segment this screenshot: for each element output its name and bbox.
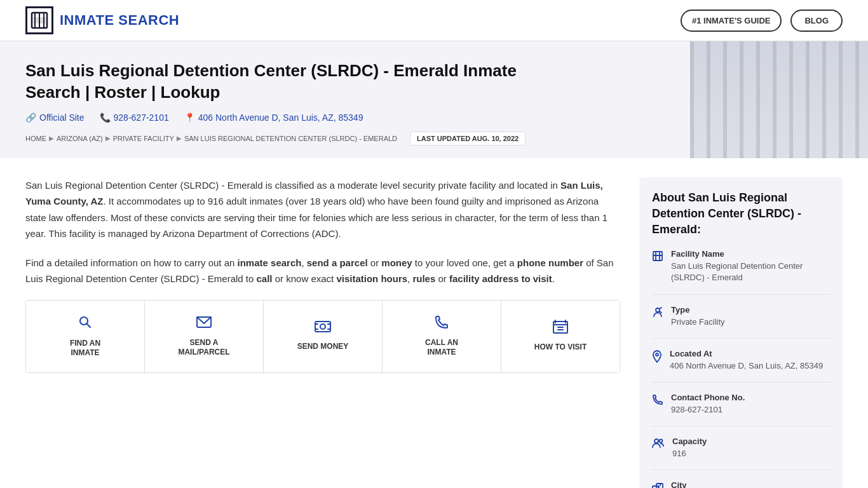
page-title: San Luis Regional Detention Center (SLRD… <box>25 60 546 104</box>
svg-point-9 <box>320 324 325 329</box>
hero-background <box>690 41 868 158</box>
svg-line-6 <box>87 323 90 327</box>
search-icon <box>78 315 93 334</box>
sidebar-type: Type Private Facility <box>652 305 830 339</box>
capacity-icon <box>652 438 665 451</box>
call-icon <box>435 315 449 333</box>
svg-point-28 <box>654 439 658 443</box>
send-mail-label: SEND AMAIL/PARCEL <box>178 338 229 358</box>
svg-rect-20 <box>653 252 662 261</box>
svg-rect-4 <box>33 17 46 24</box>
phone-value: 928-627-2101 <box>671 404 745 416</box>
sidebar-city: City San Luis <box>652 480 830 488</box>
logo-text: INMATE SEARCH <box>60 12 179 29</box>
city-icon <box>652 482 663 488</box>
header-nav: #1 INMATE'S GUIDE BLOG <box>681 10 843 32</box>
send-money-label: SEND MONEY <box>297 342 349 352</box>
find-inmate-card[interactable]: FIND ANINMATE <box>26 301 145 372</box>
svg-point-29 <box>660 440 663 443</box>
send-money-card[interactable]: SEND MONEY <box>264 301 383 372</box>
phone-link[interactable]: 📞 928-627-2101 <box>100 112 169 123</box>
sidebar-facility-name: Facility Name San Luis Regional Detentio… <box>652 249 830 294</box>
type-value: Private Facility <box>671 316 725 328</box>
svg-line-25 <box>660 308 661 309</box>
sidebar-box: About San Luis Regional Detention Center… <box>639 177 843 488</box>
phone-icon: 📞 <box>100 112 111 123</box>
call-inmate-label: CALL ANINMATE <box>425 338 458 358</box>
city-label: City <box>671 480 703 488</box>
facility-name-label: Facility Name <box>671 249 830 259</box>
official-site-link[interactable]: 🔗 Official Site <box>25 112 85 123</box>
phone-label: Contact Phone No. <box>671 393 745 402</box>
location-icon: 📍 <box>184 112 195 123</box>
building-icon <box>652 250 663 265</box>
svg-point-27 <box>656 353 658 356</box>
blog-button[interactable]: BLOG <box>790 10 843 32</box>
svg-point-24 <box>656 308 660 312</box>
guide-button[interactable]: #1 INMATE'S GUIDE <box>681 10 782 32</box>
hero-section: San Luis Regional Detention Center (SLRD… <box>0 41 868 158</box>
content-left: San Luis Regional Detention Center (SLRD… <box>25 177 620 488</box>
link-icon: 🔗 <box>25 112 36 123</box>
sidebar-phone: Contact Phone No. 928-627-2101 <box>652 393 830 426</box>
address-display: 📍 406 North Avenue D, San Luis, AZ, 8534… <box>184 112 363 123</box>
mail-icon <box>196 315 212 333</box>
logo[interactable]: INMATE SEARCH <box>25 6 179 34</box>
svg-rect-8 <box>315 322 330 332</box>
type-icon <box>652 306 663 321</box>
logo-icon <box>25 6 53 34</box>
breadcrumb-private[interactable]: PRIVATE FACILITY <box>113 135 174 142</box>
find-inmate-label: FIND ANINMATE <box>70 339 100 358</box>
capacity-label: Capacity <box>672 437 707 446</box>
how-to-visit-card[interactable]: HOW TO VISIT <box>501 301 620 372</box>
description-paragraph-1: San Luis Regional Detention Center (SLRD… <box>25 177 620 242</box>
how-to-visit-label: HOW TO VISIT <box>534 342 587 353</box>
money-icon <box>315 320 331 337</box>
visit-icon <box>553 320 568 337</box>
sidebar-capacity: Capacity 916 <box>652 437 830 470</box>
capacity-value: 916 <box>672 448 707 459</box>
breadcrumb-home[interactable]: HOME <box>25 135 46 142</box>
sidebar: About San Luis Regional Detention Center… <box>639 177 843 488</box>
breadcrumb-az[interactable]: ARIZONA (AZ) <box>57 135 103 142</box>
header: INMATE SEARCH #1 INMATE'S GUIDE BLOG <box>0 0 868 41</box>
main-content: San Luis Regional Detention Center (SLRD… <box>0 158 868 488</box>
type-label: Type <box>671 305 725 315</box>
located-at-value: 406 North Avenue D, San Luis, AZ, 85349 <box>670 360 823 372</box>
phone-sidebar-icon <box>652 394 663 409</box>
call-inmate-card[interactable]: CALL ANINMATE <box>383 301 501 372</box>
sidebar-location: Located At 406 North Avenue D, San Luis,… <box>652 349 830 383</box>
svg-line-26 <box>660 311 661 313</box>
action-cards: FIND ANINMATE SEND AMAIL/PARCEL <box>25 300 620 373</box>
sidebar-title: About San Luis Regional Detention Center… <box>652 190 830 238</box>
last-updated-badge: LAST UPDATED AUG. 10, 2022 <box>410 132 526 146</box>
description-paragraph-2: Find a detailed information on how to ca… <box>25 255 620 287</box>
send-mail-card[interactable]: SEND AMAIL/PARCEL <box>145 301 264 372</box>
facility-name-value: San Luis Regional Detention Center (SLRD… <box>671 261 830 283</box>
location-pin-icon <box>652 350 662 366</box>
breadcrumb-current: SAN LUIS REGIONAL DETENTION CENTER (SLRD… <box>184 135 397 142</box>
located-at-label: Located At <box>670 349 823 358</box>
